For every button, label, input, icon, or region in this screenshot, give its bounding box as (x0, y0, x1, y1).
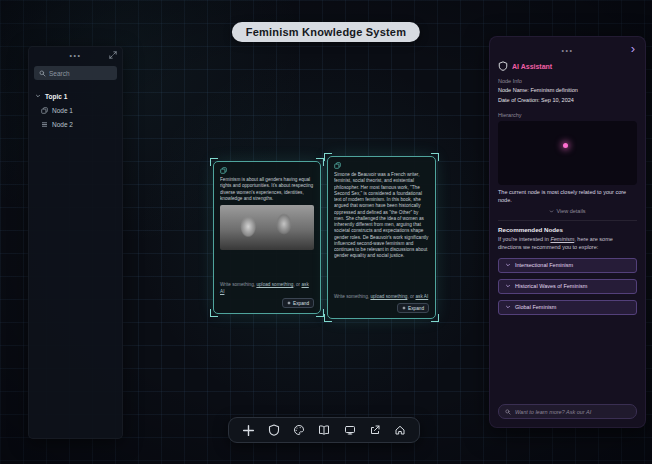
write-prefix: Write something, (334, 294, 370, 299)
selection-corner (431, 314, 439, 322)
assistant-panel: ••• › AI Assistant Node Info Node Name: … (489, 36, 646, 428)
expand-row: Expand (220, 298, 314, 308)
palette-icon (293, 424, 305, 436)
layers-icon (41, 107, 48, 114)
tree-label: Topic 1 (45, 93, 67, 100)
chevron-down-icon (35, 93, 41, 99)
expand-button[interactable]: Expand (282, 298, 314, 308)
card-type-icon (220, 167, 314, 174)
node-tree: Topic 1 Node 1 Node 2 (29, 89, 122, 131)
book-icon (318, 424, 330, 436)
share-icon (369, 424, 381, 436)
tree-label: Node 1 (52, 107, 73, 114)
home-icon (394, 424, 406, 436)
ask-ai-input[interactable] (515, 409, 630, 415)
home-button[interactable] (394, 424, 406, 436)
selection-corner (210, 158, 218, 166)
hierarchy-label: Hierarchy (498, 112, 637, 118)
write-prefix: Write something, (220, 282, 256, 287)
card-text: Simone de Beauvoir was a French writer, … (334, 172, 429, 260)
view-details-label: View details (556, 208, 585, 214)
recommended-intro: If you're interested in Feminism, here a… (498, 236, 637, 251)
tree-item-node-1[interactable]: Node 1 (29, 103, 122, 117)
tree-item-topic-1[interactable]: Topic 1 (29, 89, 122, 103)
assistant-menu-dots[interactable]: ••• (498, 45, 637, 57)
selection-corner (324, 314, 332, 322)
selection-corner (324, 153, 332, 161)
assistant-logo-icon (498, 61, 508, 71)
search-box[interactable] (34, 66, 117, 80)
search-icon (505, 409, 511, 415)
palette-button[interactable] (293, 424, 305, 436)
recommendation-label: Intersectional Feminism (515, 262, 573, 268)
toolbar (228, 417, 420, 443)
current-node-dot[interactable] (563, 143, 568, 148)
tree-label: Node 2 (52, 121, 73, 128)
selection-corner (316, 158, 324, 166)
panel-expand-arrow[interactable]: › (631, 42, 635, 56)
library-button[interactable] (318, 424, 330, 436)
expand-label: Expand (408, 306, 424, 311)
intro-part1: If you're interested in (498, 236, 550, 242)
recommendation-label: Historical Waves of Feminism (515, 283, 587, 289)
upload-link[interactable]: upload something (256, 282, 293, 287)
logo-button[interactable] (268, 424, 280, 436)
plus-icon (242, 424, 255, 437)
expand-row: Expand (334, 303, 429, 313)
app-title: Feminism Knowledge System (232, 22, 420, 42)
recommendation-global-feminism[interactable]: Global Feminism (498, 300, 637, 315)
search-icon (39, 70, 46, 77)
hierarchy-viewport (498, 121, 637, 185)
card-text: Feminism is about all genders having equ… (220, 177, 314, 202)
add-node-button[interactable] (242, 424, 255, 437)
list-icon (41, 121, 48, 128)
collapse-panel-icon[interactable] (109, 51, 117, 59)
creation-date: Date of Creation: Sep 10, 2024 (498, 97, 637, 104)
relation-text: The current node is most closely related… (498, 189, 637, 204)
assistant-title: AI Assistant (512, 63, 552, 70)
chevron-down-icon (505, 304, 511, 310)
ask-ai-box[interactable] (498, 404, 637, 419)
node-card-feminism-definition[interactable]: Feminism is about all genders having equ… (213, 161, 321, 314)
share-button[interactable] (369, 424, 381, 436)
sidebar: ••• Topic 1 Node 1 Node 2 (28, 46, 123, 439)
card-type-icon (334, 162, 429, 169)
node-name: Node Name: Feminism definition (498, 87, 637, 94)
recommendation-intersectional-feminism[interactable]: Intersectional Feminism (498, 258, 637, 273)
assistant-header: ••• › (498, 45, 637, 59)
shield-logo-icon (268, 424, 280, 436)
recommendation-label: Global Feminism (515, 304, 556, 310)
expand-button[interactable]: Expand (397, 303, 429, 313)
divider (498, 220, 637, 221)
node-card-simone-de-beauvoir[interactable]: Simone de Beauvoir was a French writer, … (327, 156, 436, 319)
recommendation-historical-waves[interactable]: Historical Waves of Feminism (498, 279, 637, 294)
view-details-link[interactable]: View details (498, 208, 637, 214)
write-placeholder: Write something, upload something, or as… (220, 279, 314, 295)
monitor-icon (344, 424, 356, 436)
node-photo (220, 205, 314, 250)
expand-label: Expand (293, 301, 309, 306)
selection-corner (210, 309, 218, 317)
intro-topic: Feminism (550, 236, 574, 242)
write-placeholder: Write something, upload something, or as… (334, 291, 429, 300)
selection-corner (316, 309, 324, 317)
ask-ai-link[interactable]: ask AI (415, 294, 428, 299)
selection-corner (431, 153, 439, 161)
upload-link[interactable]: upload something (370, 294, 407, 299)
recommended-title: Recommended Nodes (498, 226, 637, 233)
tree-item-node-2[interactable]: Node 2 (29, 117, 122, 131)
sparkle-icon (287, 301, 291, 305)
chevron-down-icon (505, 283, 511, 289)
screen-button[interactable] (344, 424, 356, 436)
chevron-down-icon (549, 209, 554, 214)
node-info-label: Node Info (498, 78, 637, 84)
search-input[interactable] (49, 70, 112, 77)
sparkle-icon (402, 306, 406, 310)
chevron-down-icon (505, 262, 511, 268)
assistant-title-row: AI Assistant (498, 61, 637, 71)
sidebar-header: ••• (29, 47, 122, 65)
